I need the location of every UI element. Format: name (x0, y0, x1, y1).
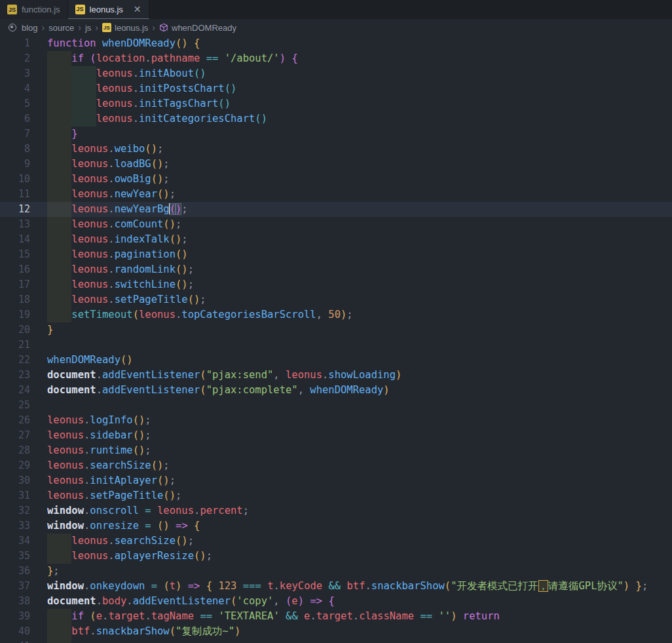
breadcrumb-item-source[interactable]: source (48, 23, 74, 33)
code-line[interactable]: 41 (0, 639, 672, 643)
line-number[interactable]: 10 (0, 172, 33, 187)
code-line[interactable]: 5 leonus.initTagsChart() (0, 96, 672, 111)
code-token: => (310, 595, 322, 607)
code-line[interactable]: 25 (0, 398, 672, 413)
line-number[interactable]: 27 (0, 428, 33, 443)
line-number[interactable]: 8 (0, 142, 33, 157)
code-line[interactable]: 36}; (0, 564, 672, 579)
line-number[interactable]: 38 (0, 594, 33, 609)
code-line[interactable]: 23document.addEventListener("pjax:send",… (0, 368, 672, 383)
line-number[interactable]: 35 (0, 549, 33, 564)
line-number[interactable]: 1 (0, 36, 33, 51)
line-number[interactable]: 5 (0, 96, 33, 111)
breadcrumb-item-js[interactable]: js (85, 23, 91, 33)
code-line[interactable]: 19 setTimeout(leonus.topCategoriesBarScr… (0, 307, 672, 322)
line-number[interactable]: 32 (0, 503, 33, 518)
code-token: ; (157, 143, 163, 155)
code-line[interactable]: 1function whenDOMReady() { (0, 36, 672, 51)
line-number[interactable]: 7 (0, 127, 33, 142)
breadcrumb-item-blog[interactable]: blog (22, 23, 38, 33)
tab-leonus.js[interactable]: JSleonus.js✕ (68, 0, 149, 19)
line-number[interactable]: 18 (0, 292, 33, 307)
code-line[interactable]: 20} (0, 322, 672, 338)
line-number[interactable]: 16 (0, 262, 33, 277)
code-line[interactable]: 28leonus.runtime(); (0, 443, 672, 458)
line-number[interactable]: 28 (0, 443, 33, 458)
line-number[interactable]: 22 (0, 353, 33, 368)
line-number[interactable]: 30 (0, 473, 33, 488)
line-number[interactable]: 25 (0, 398, 33, 413)
code-line[interactable]: 3 leonus.initAbout() (0, 66, 672, 81)
code-line[interactable]: 10 leonus.owoBig(); (0, 172, 672, 187)
code-line[interactable]: 24document.addEventListener("pjax:comple… (0, 383, 672, 398)
code-line[interactable]: 15 leonus.pagination() (0, 247, 672, 262)
code-line[interactable]: 32window.onscroll = leonus.percent; (0, 503, 672, 518)
code-token: searchSize (90, 459, 151, 471)
line-number[interactable]: 12 (0, 202, 33, 217)
line-number[interactable]: 20 (0, 322, 33, 338)
code-line[interactable]: 18 leonus.setPageTitle(); (0, 292, 672, 307)
code-line[interactable]: 7 } (0, 127, 672, 142)
line-number[interactable]: 9 (0, 157, 33, 172)
line-number[interactable]: 2 (0, 51, 33, 66)
code-line[interactable]: 26leonus.logInfo(); (0, 413, 672, 428)
code-line[interactable]: 11 leonus.newYear(); (0, 187, 672, 202)
code-line[interactable]: 4 leonus.initPostsChart() (0, 81, 672, 96)
code-line[interactable]: 6 leonus.initCategoriesChart() (0, 111, 672, 127)
code-line[interactable]: 33window.onresize = () => { (0, 518, 672, 534)
code-token (200, 52, 206, 64)
code-line[interactable]: 13 leonus.comCount(); (0, 217, 672, 232)
code-line[interactable]: 8 leonus.weibo(); (0, 142, 672, 157)
line-number[interactable]: 17 (0, 277, 33, 292)
code-line[interactable]: 35 leonus.aplayerResize(); (0, 549, 672, 564)
close-icon[interactable]: ✕ (134, 5, 141, 14)
code-line[interactable]: 40 btf.snackbarShow("复制成功~") (0, 624, 672, 639)
code-line[interactable]: 30leonus.initAplayer(); (0, 473, 672, 488)
breadcrumb-item-leonus.js[interactable]: JSleonus.js (102, 23, 148, 33)
line-number[interactable]: 37 (0, 579, 33, 594)
line-number[interactable]: 26 (0, 413, 33, 428)
code-line[interactable]: 14 leonus.indexTalk(); (0, 232, 672, 247)
line-number[interactable]: 24 (0, 383, 33, 398)
code-line[interactable]: 31leonus.setPageTitle(); (0, 488, 672, 503)
code-token (139, 520, 145, 532)
line-number[interactable]: 40 (0, 624, 33, 639)
line-number[interactable]: 31 (0, 488, 33, 503)
line-number[interactable]: 36 (0, 564, 33, 579)
breadcrumb-item-whenDOMReady[interactable]: whenDOMReady (159, 23, 236, 33)
code-line[interactable]: 22whenDOMReady() (0, 353, 672, 368)
code-token: { (291, 52, 297, 64)
code-line[interactable]: 37window.onkeydown = (t) => { 123 === t.… (0, 579, 672, 594)
code-line[interactable]: 17 leonus.switchLine(); (0, 277, 672, 292)
line-number[interactable]: 33 (0, 518, 33, 534)
line-number[interactable]: 13 (0, 217, 33, 232)
line-number[interactable]: 41 (0, 639, 33, 643)
code-line[interactable]: 2 if (location.pathname == '/about/') { (0, 51, 672, 66)
code-token: leonus (71, 294, 108, 305)
line-number[interactable]: 3 (0, 66, 33, 81)
code-line[interactable]: 34 leonus.searchSize(); (0, 534, 672, 549)
code-line[interactable]: 29leonus.searchSize(); (0, 458, 672, 473)
code-line[interactable]: 12 leonus.newYearBg(); (0, 202, 672, 217)
line-number[interactable]: 23 (0, 368, 33, 383)
code-token: ) (280, 52, 286, 64)
line-number[interactable]: 29 (0, 458, 33, 473)
line-number[interactable]: 11 (0, 187, 33, 202)
code-line[interactable]: 9 leonus.loadBG(); (0, 157, 672, 172)
line-number[interactable]: 14 (0, 232, 33, 247)
code-line[interactable]: 21 (0, 338, 672, 353)
code-line[interactable]: 16 leonus.randomLink(); (0, 262, 672, 277)
code-line[interactable]: 39 if (e.target.tagName == 'TEXTAREA' &&… (0, 609, 672, 624)
line-number[interactable]: 6 (0, 111, 33, 127)
line-number[interactable]: 19 (0, 307, 33, 322)
tab-function.js[interactable]: JSfunction.js (0, 0, 68, 19)
line-number[interactable]: 4 (0, 81, 33, 96)
code-line[interactable]: 38document.body.addEventListener('copy',… (0, 594, 672, 609)
line-number[interactable]: 21 (0, 338, 33, 353)
line-number[interactable]: 15 (0, 247, 33, 262)
code-token: leonus (47, 444, 84, 456)
line-number[interactable]: 34 (0, 534, 33, 549)
code-editor[interactable]: 1function whenDOMReady() {2 if (location… (0, 36, 672, 643)
line-number[interactable]: 39 (0, 609, 33, 624)
code-line[interactable]: 27leonus.sidebar(); (0, 428, 672, 443)
